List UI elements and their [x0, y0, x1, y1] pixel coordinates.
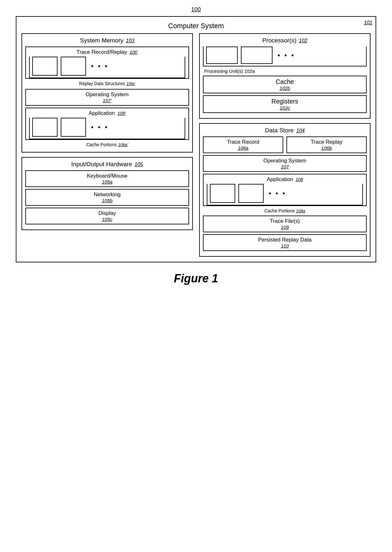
app-mini-box-2	[61, 118, 86, 137]
trace-replay-box: Trace Replay 106b	[286, 136, 367, 153]
ds-os-box: Operating System 107	[203, 155, 367, 172]
computer-system-box: Computer System 101 System Memory 103 Tr…	[16, 16, 376, 262]
ds-app-mini-boxes: • • •	[207, 184, 363, 205]
sys-mem-os-title: Operating System	[29, 91, 185, 98]
sys-mem-os-box: Operating System 107'	[25, 89, 189, 106]
processors-ref: 102	[299, 38, 307, 44]
registers-title: Registers	[207, 98, 363, 105]
ds-os-title: Operating System	[207, 158, 363, 164]
app-mini-box-1	[32, 118, 58, 137]
trace-record-ref: 106a	[207, 145, 279, 151]
sys-mem-app-box: Application 108' • • •	[25, 108, 189, 140]
page-ref: 100	[191, 6, 201, 13]
keyboard-box: Keyboard/Mouse 105a	[25, 170, 189, 187]
trace-mini-boxes: • • •	[29, 57, 185, 78]
data-store-box: Data Store 104 Trace Record 106a Trace R…	[199, 123, 371, 257]
replay-data-structures-label: Replay Data Structures	[79, 81, 125, 86]
registers-ref: 102c	[207, 105, 363, 110]
trace-record-title: Trace Record	[207, 139, 279, 145]
proc-mini-box-2	[241, 47, 273, 64]
ds-app-mini-box-2	[238, 184, 264, 203]
cache-portions-ref: 108a'	[118, 142, 128, 147]
trace-record-replay-ref: 106'	[130, 50, 138, 55]
trace-record-replay-title: Trace Record/Replay	[77, 49, 127, 55]
display-box: Display 105c	[25, 208, 189, 224]
persisted-replay-title: Persisted Replay Data	[207, 237, 363, 243]
ds-app-box: Application 108 • • •	[203, 174, 367, 206]
trace-record-box: Trace Record 106a	[203, 136, 283, 153]
cache-box: Cache 102b	[203, 76, 367, 93]
cache-ref: 102b	[207, 85, 363, 91]
persisted-replay-box: Persisted Replay Data 110	[203, 234, 367, 251]
ds-app-mini-box-1	[210, 184, 235, 203]
persisted-replay-ref: 110	[207, 243, 363, 248]
processors-title: Processor(s)	[262, 37, 297, 44]
display-ref: 105c	[29, 216, 185, 222]
system-memory-box: System Memory 103 Trace Record/Replay 10…	[21, 33, 193, 153]
sys-mem-os-ref: 107'	[29, 98, 185, 103]
sys-mem-app-title: Application	[89, 110, 115, 116]
system-memory-title: System Memory	[80, 37, 123, 44]
cache-title: Cache	[207, 78, 363, 85]
keyboard-ref: 105a	[29, 179, 185, 185]
trace-files-ref: 109	[207, 224, 363, 230]
networking-title: Networking	[29, 191, 185, 198]
data-store-title: Data Store	[265, 127, 294, 134]
replay-data-structures-ref: 106c	[126, 81, 135, 86]
trace-record-replay-box: Trace Record/Replay 106' • • •	[25, 47, 189, 79]
right-column: Processor(s) 102 • • • Processing Unit(s…	[199, 33, 371, 257]
io-hardware-ref: 105	[135, 162, 143, 167]
proc-dots: • • •	[278, 51, 295, 60]
trace-mini-box-1	[32, 57, 58, 76]
app-mini-boxes: • • •	[29, 118, 185, 139]
io-hardware-title: Input/Output Hardware	[71, 161, 132, 168]
proc-mini-box-1	[206, 47, 238, 64]
display-title: Display	[29, 210, 185, 216]
trace-replay-title: Trace Replay	[290, 139, 363, 145]
ds-app-title: Application	[267, 176, 293, 183]
figure-caption: Figure 1	[174, 272, 218, 285]
cache-portions-label: Cache Portions	[86, 142, 117, 147]
left-column: System Memory 103 Trace Record/Replay 10…	[21, 33, 193, 257]
app-dots: • • •	[91, 123, 108, 131]
system-memory-ref: 103	[126, 38, 134, 44]
data-store-ref: 104	[296, 128, 305, 134]
trace-files-box: Trace File(s) 109	[203, 216, 367, 232]
sys-mem-app-ref: 108'	[118, 111, 126, 116]
networking-box: Networking 105b	[25, 189, 189, 206]
networking-ref: 105b	[29, 198, 185, 203]
io-hardware-box: Input/Output Hardware 105 Keyboard/Mouse…	[21, 157, 193, 230]
ds-cache-portions-label: Cache Portions	[264, 208, 295, 213]
ds-app-ref: 108	[296, 177, 303, 182]
ds-app-dots: • • •	[269, 189, 286, 198]
processing-units-label: Processing Unit(s) 102a	[204, 68, 367, 74]
registers-box: Registers 102c	[203, 95, 367, 113]
keyboard-title: Keyboard/Mouse	[29, 173, 185, 179]
trace-files-title: Trace File(s)	[207, 218, 363, 224]
trace-replay-ref: 106b	[290, 145, 363, 151]
computer-system-ref: 101	[364, 20, 372, 26]
processors-box: Processor(s) 102 • • • Processing Unit(s…	[199, 33, 371, 119]
trace-record-replay-row: Trace Record 106a Trace Replay 106b	[203, 136, 367, 153]
ds-os-ref: 107	[207, 164, 363, 169]
computer-system-title: Computer System	[21, 22, 371, 30]
ds-cache-portions-ref: 108a	[296, 209, 305, 213]
trace-mini-box-2	[61, 57, 86, 76]
trace-dots: • • •	[91, 62, 108, 70]
proc-mini-boxes: • • •	[203, 47, 367, 66]
